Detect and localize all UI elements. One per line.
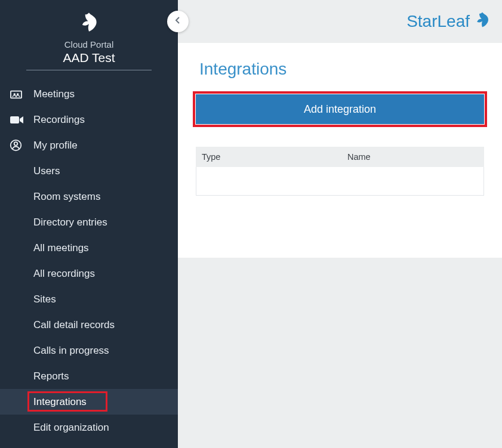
- sidebar-item-call-detail-records[interactable]: Call detail records: [0, 312, 178, 338]
- page-title: Integrations: [199, 60, 484, 79]
- integrations-table-header: Type Name: [196, 147, 484, 167]
- sidebar-item-label: Room systems: [33, 191, 178, 203]
- sidebar-item-label: Calls in progress: [33, 345, 178, 357]
- sidebar-item-label: Recordings: [33, 114, 178, 126]
- sidebar-item-label: Directory entries: [33, 217, 178, 228]
- sidebar: Cloud Portal AAD Test Meetings Recording…: [0, 0, 178, 448]
- sidebar-item-users[interactable]: Users: [0, 158, 178, 184]
- main: StarLeaf Integrations Add integration Ty…: [178, 0, 502, 448]
- sidebar-item-label: Meetings: [33, 88, 178, 100]
- org-name: AAD Test: [0, 51, 178, 70]
- svg-point-5: [14, 142, 18, 146]
- sidebar-item-label: Call detail records: [33, 319, 178, 331]
- sidebar-item-all-recordings[interactable]: All recordings: [0, 261, 178, 286]
- topbar: StarLeaf: [178, 0, 502, 43]
- column-header-name[interactable]: Name: [345, 152, 484, 162]
- integrations-table-body: [196, 167, 484, 196]
- sidebar-item-label: Sites: [33, 293, 178, 305]
- leaf-icon: [78, 25, 100, 35]
- portal-label: Cloud Portal: [0, 39, 178, 50]
- sidebar-nav: Meetings Recordings My profile Users Roo…: [0, 81, 178, 440]
- sidebar-item-label: Users: [33, 165, 178, 177]
- recordings-icon: [10, 115, 33, 125]
- add-integration-wrap: Add integration: [196, 94, 484, 124]
- sidebar-item-directory-entries[interactable]: Directory entries: [0, 209, 178, 235]
- svg-rect-0: [11, 91, 21, 98]
- org-name-underline: [26, 70, 152, 70]
- sidebar-item-label: All recordings: [33, 268, 178, 280]
- sidebar-item-room-systems[interactable]: Room systems: [0, 184, 178, 209]
- sidebar-item-edit-organization[interactable]: Edit organization: [0, 415, 178, 440]
- sidebar-item-sites[interactable]: Sites: [0, 286, 178, 312]
- sidebar-item-meetings[interactable]: Meetings: [0, 81, 178, 107]
- sidebar-item-my-profile[interactable]: My profile: [0, 132, 178, 158]
- collapse-sidebar-button[interactable]: [167, 11, 189, 32]
- sidebar-item-label: Reports: [33, 370, 178, 382]
- sidebar-item-label: Integrations: [33, 396, 178, 408]
- svg-rect-3: [10, 116, 19, 123]
- brand-name: StarLeaf: [406, 12, 470, 31]
- add-integration-button[interactable]: Add integration: [196, 94, 484, 124]
- column-header-type[interactable]: Type: [196, 152, 345, 162]
- profile-icon: [10, 139, 33, 152]
- sidebar-item-reports[interactable]: Reports: [0, 363, 178, 389]
- sidebar-item-label: Edit organization: [33, 422, 178, 434]
- leaf-icon: [473, 11, 491, 33]
- brand-logo[interactable]: StarLeaf: [406, 11, 491, 33]
- meetings-icon: [10, 89, 33, 100]
- sidebar-item-label: My profile: [33, 140, 178, 152]
- sidebar-item-label: All meetings: [33, 242, 178, 254]
- sidebar-logo: [0, 0, 178, 36]
- sidebar-item-all-meetings[interactable]: All meetings: [0, 235, 178, 261]
- sidebar-item-integrations[interactable]: Integrations: [0, 389, 178, 415]
- add-integration-label: Add integration: [304, 103, 376, 116]
- chevron-left-icon: [174, 16, 181, 27]
- sidebar-item-calls-in-progress[interactable]: Calls in progress: [0, 338, 178, 363]
- sidebar-item-recordings[interactable]: Recordings: [0, 107, 178, 132]
- content-card: Integrations Add integration Type Name: [178, 43, 502, 258]
